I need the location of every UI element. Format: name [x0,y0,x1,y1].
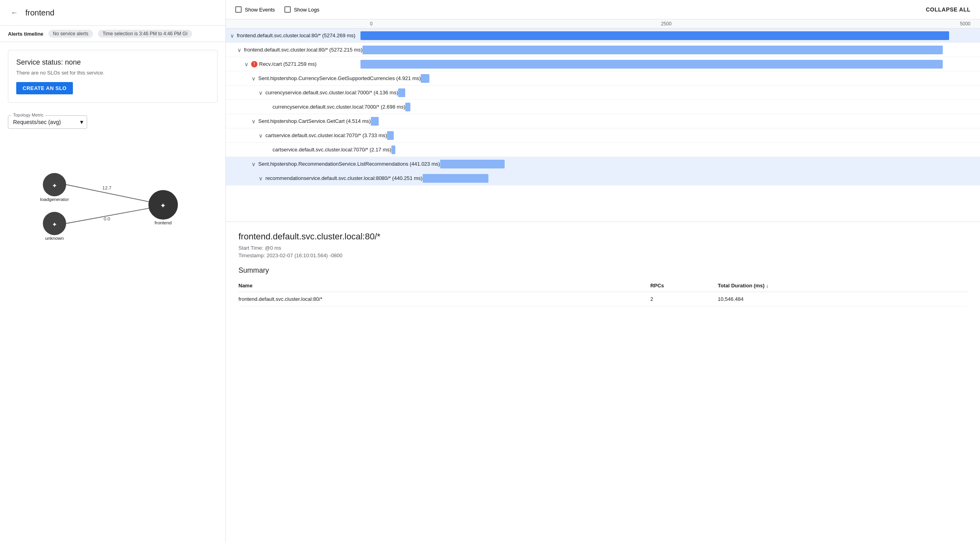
edge-label-loadgenerator: 12.7 [102,185,111,190]
show-events-label: Show Events [245,7,275,13]
table-cell-duration: 10,546.484 [718,292,967,306]
create-slo-button[interactable]: CREATE AN SLO [16,82,73,94]
col-name: Name [238,279,650,292]
left-panel: ← frontend Alerts timeline No service al… [0,0,226,543]
chevron-icon[interactable]: ∨ [257,132,264,139]
trace-row[interactable]: currencyservice.default.svc.cluster.loca… [226,100,980,114]
trace-bar-area [391,144,980,155]
trace-row-indent: ∨Sent.hipstershop.CartService.GetCart (4… [226,118,371,124]
trace-bar-area [387,130,980,141]
trace-row-indent: ∨!Recv./cart (5271.259 ms) [226,61,360,67]
trace-name: currencyservice.default.svc.cluster.loca… [273,104,405,110]
topology-metric-wrapper: Topology Metric Requests/sec (avg) ▼ [8,115,217,129]
topology-metric-fieldset: Topology Metric Requests/sec (avg) ▼ [8,115,87,129]
right-panel: Show Events Show Logs COLLAPSE ALL 0 250… [226,0,980,543]
show-logs-checkbox[interactable]: Show Logs [284,6,319,13]
trace-row-indent: ∨Sent.hipstershop.RecommendationService.… [226,161,440,167]
show-logs-checkbox-box [284,6,291,13]
unknown-icon: ✦ [52,221,57,228]
topology-metric-dropdown[interactable]: Requests/sec (avg) ▼ [11,117,86,127]
back-button[interactable]: ← [8,6,21,19]
trace-row[interactable]: ∨cartservice.default.svc.cluster.local:7… [226,128,980,143]
detail-panel: frontend.default.svc.cluster.local:80/* … [226,222,980,543]
trace-name: Sent.hipstershop.RecommendationService.L… [258,161,440,167]
detail-start-time: Start Time: @0 ms [238,245,967,251]
trace-bar-area [371,116,980,127]
trace-bar [371,117,379,126]
trace-row-indent: ∨cartservice.default.svc.cluster.local:7… [226,132,387,139]
chevron-down-icon: ▼ [79,119,84,125]
page-title: frontend [25,8,54,17]
trace-name: frontend.default.svc.cluster.local:80/* … [244,47,362,53]
frontend-node-label: frontend [154,220,172,225]
trace-row[interactable]: ∨Sent.hipstershop.RecommendationService.… [226,157,980,171]
col-rpcs: RPCs [650,279,718,292]
chevron-icon[interactable]: ∨ [236,47,242,53]
error-icon: ! [251,61,257,67]
time-badge: Time selection is 3:46 PM to 4:46 PM GI [98,30,192,38]
trace-row[interactable]: cartservice.default.svc.cluster.local:70… [226,143,980,157]
trace-name: recommendationservice.default.svc.cluste… [265,175,423,181]
trace-name: currencyservice.default.svc.cluster.loca… [265,90,398,96]
trace-bar-area [360,30,980,41]
chevron-icon[interactable]: ∨ [257,90,264,96]
trace-bar [423,174,488,183]
service-status-title: Service status: none [16,58,209,67]
trace-row[interactable]: ∨frontend.default.svc.cluster.local:80/*… [226,29,980,43]
chevron-icon[interactable]: ∨ [250,161,257,167]
topology-metric-legend: Topology Metric [11,113,45,117]
trace-bar-area [421,73,980,84]
service-status-desc: There are no SLOs set for this service. [16,70,209,76]
trace-bar-area [440,159,980,170]
show-logs-label: Show Logs [294,7,319,13]
trace-bar [398,88,405,97]
trace-row[interactable]: ∨Sent.hipstershop.CurrencyService.GetSup… [226,71,980,86]
chevron-icon[interactable]: ∨ [243,61,250,67]
table-cell-name: frontend.default.svc.cluster.local:80/* [238,292,650,306]
trace-bar [421,74,429,83]
trace-row-indent: ∨frontend.default.svc.cluster.local:80/*… [226,33,360,39]
chevron-icon[interactable]: ∨ [250,118,257,124]
axis-row: 0 2500 5000 [226,19,980,29]
trace-bar-area [360,59,980,70]
trace-row-indent: ∨frontend.default.svc.cluster.local:80/*… [226,47,362,53]
collapse-all-button[interactable]: COLLAPSE ALL [926,6,970,13]
topology-section: Topology Metric Requests/sec (avg) ▼ 12.… [0,111,225,260]
trace-row[interactable]: ∨currencyservice.default.svc.cluster.loc… [226,86,980,100]
chevron-icon[interactable]: ∨ [250,75,257,82]
trace-row-indent: cartservice.default.svc.cluster.local:70… [226,147,391,153]
table-row: frontend.default.svc.cluster.local:80/*2… [238,292,967,306]
detail-title: frontend.default.svc.cluster.local:80/* [238,231,967,242]
trace-bar-area [362,44,980,55]
col-duration: Total Duration (ms) ↓ [718,279,967,292]
trace-bar-area [405,101,980,113]
trace-row[interactable]: ∨!Recv./cart (5271.259 ms) [226,57,980,71]
frontend-icon: ✦ [160,202,166,210]
show-events-checkbox-box [235,6,242,13]
trace-row[interactable]: ∨Sent.hipstershop.CartService.GetCart (4… [226,114,980,128]
topology-graph: 12.7 0.0 ✦ loadgenerator ✦ unknown ✦ fro… [8,141,217,260]
trace-row-indent: ∨currencyservice.default.svc.cluster.loc… [226,90,398,96]
trace-row-indent: currencyservice.default.svc.cluster.loca… [226,104,405,110]
trace-name: Recv./cart (5271.259 ms) [259,61,316,67]
trace-panel: Show Events Show Logs COLLAPSE ALL 0 250… [226,0,980,222]
axis-labels: 0 2500 5000 [360,21,980,27]
show-events-checkbox[interactable]: Show Events [235,6,275,13]
chevron-icon[interactable]: ∨ [257,175,264,182]
chevron-icon[interactable]: ∨ [229,33,235,39]
sort-down-icon: ↓ [766,283,769,289]
trace-bar [360,31,949,40]
topology-metric-value: Requests/sec (avg) [13,119,61,125]
trace-name: Sent.hipstershop.CurrencyService.GetSupp… [258,75,421,81]
axis-5000: 5000 [960,21,970,27]
loadgenerator-label: loadgenerator [40,197,69,202]
alerts-label: Alerts timeline [8,31,44,37]
topology-svg: 12.7 0.0 ✦ loadgenerator ✦ unknown ✦ fro… [8,141,217,260]
trace-row[interactable]: ∨recommendationservice.default.svc.clust… [226,171,980,185]
trace-bar [391,145,395,154]
trace-row-indent: ∨recommendationservice.default.svc.clust… [226,175,423,182]
trace-row-indent: ∨Sent.hipstershop.CurrencyService.GetSup… [226,75,421,82]
no-alerts-badge: No service alerts [48,30,93,38]
trace-bar-area [398,87,980,98]
trace-row[interactable]: ∨frontend.default.svc.cluster.local:80/*… [226,43,980,57]
